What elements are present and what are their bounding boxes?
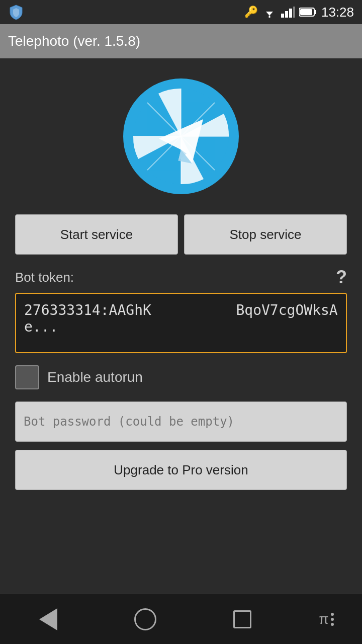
bot-password-input[interactable]: [15, 401, 347, 442]
svg-rect-3: [285, 11, 288, 18]
more-icon[interactable]: [331, 613, 334, 626]
service-buttons-row: Start service Stop service: [15, 214, 347, 255]
autorun-label: Enable autorun: [47, 369, 143, 385]
app-logo: [123, 78, 239, 194]
token-row: Bot token: ?: [15, 267, 347, 288]
autorun-row: Enable autorun: [15, 365, 347, 389]
start-service-button[interactable]: Start service: [15, 214, 178, 255]
svg-rect-4: [289, 9, 292, 18]
stop-service-button[interactable]: Stop service: [184, 214, 347, 255]
main-content: Start service Stop service Bot token: ? …: [0, 58, 362, 594]
status-bar-right: 🔑 13:28: [244, 5, 354, 20]
logo-svg: [131, 86, 231, 187]
status-bar-left: [8, 4, 24, 20]
wifi-icon: [262, 7, 277, 18]
key-icon: 🔑: [244, 6, 258, 19]
pi-icon: π: [319, 611, 328, 627]
status-bar: 🔑 13:28: [0, 0, 362, 24]
svg-rect-7: [314, 10, 316, 14]
nav-extra: π: [319, 611, 333, 627]
svg-rect-2: [281, 14, 284, 18]
back-icon: [39, 608, 57, 630]
app-title: Telephoto (ver. 1.5.8): [8, 33, 140, 49]
recents-button[interactable]: [222, 599, 262, 639]
battery-icon: [299, 7, 317, 17]
signal-icon: [281, 7, 295, 18]
help-icon[interactable]: ?: [336, 267, 347, 288]
upgrade-button[interactable]: Upgrade to Pro version: [15, 450, 347, 490]
token-input[interactable]: 276333314:AAGhK BqoV7cgOWksAe...: [15, 293, 347, 353]
back-button[interactable]: [28, 599, 68, 639]
svg-rect-8: [300, 9, 312, 15]
home-button[interactable]: [125, 599, 165, 639]
home-icon: [134, 608, 156, 630]
title-bar: Telephoto (ver. 1.5.8): [0, 24, 362, 58]
recents-icon: [233, 610, 251, 628]
status-time: 13:28: [321, 5, 354, 20]
svg-rect-5: [293, 7, 295, 18]
bot-token-label: Bot token:: [15, 270, 74, 285]
shield-icon: [8, 4, 24, 20]
svg-marker-0: [266, 12, 273, 16]
nav-bar: π: [0, 594, 362, 644]
autorun-checkbox[interactable]: [15, 365, 39, 389]
